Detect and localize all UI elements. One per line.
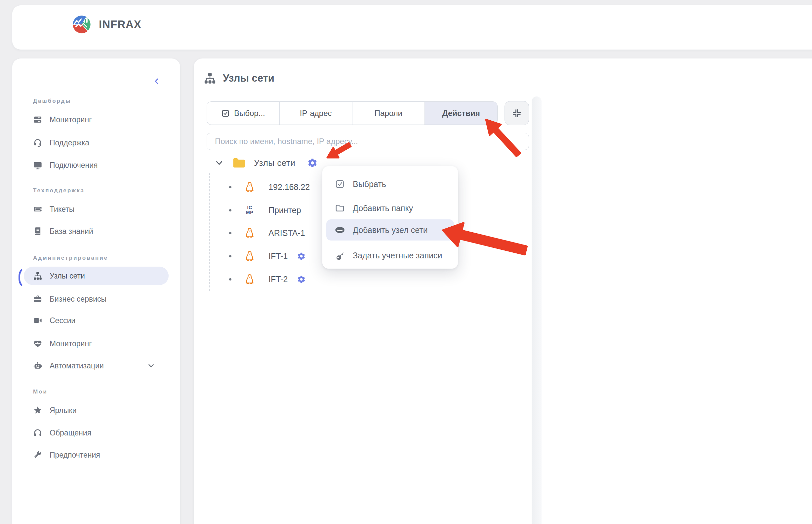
sidebar-item-label: Поддержка <box>50 138 89 147</box>
node-oval-icon <box>335 225 345 235</box>
sidebar-item-labels[interactable]: Ярлыки <box>33 403 165 418</box>
sitemap-icon <box>33 271 42 280</box>
sidebar-section-dashboards: Дашборды <box>33 98 71 104</box>
sidebar-item-knowledge-base[interactable]: База знаний <box>33 223 165 239</box>
linux-penguin-icon <box>243 226 256 240</box>
tree-bullet <box>229 209 232 211</box>
search-input[interactable] <box>207 133 529 150</box>
sidebar-item-tickets[interactable]: Тикеты <box>33 201 165 217</box>
checkbox-icon <box>335 179 345 189</box>
tree-root-row[interactable]: Узлы сети <box>214 155 318 171</box>
logo-pie-icon <box>71 14 92 35</box>
sidebar-item-health-monitoring[interactable]: Мониторинг <box>33 336 165 351</box>
sidebar-item-automations[interactable]: Автоматизации <box>33 358 169 374</box>
tree-bullet <box>229 255 232 257</box>
tree-node-row[interactable]: ICMP Принтер <box>229 202 301 218</box>
tree-node-row[interactable]: IFT-1 <box>229 248 306 264</box>
sidebar-item-label: Тикеты <box>50 205 74 214</box>
robot-icon <box>33 361 42 370</box>
tree-bullet <box>229 186 232 188</box>
sidebar-item-label: Подключения <box>50 161 98 170</box>
menu-item-add-network-node[interactable]: Добавить узел сети <box>326 219 454 241</box>
video-camera-icon <box>33 316 42 325</box>
main-panel <box>194 59 812 524</box>
menu-item-add-folder[interactable]: Добавить папку <box>326 198 454 219</box>
sidebar-item-connections[interactable]: Подключения <box>33 157 165 173</box>
sidebar-section-techsupport: Техподдержка <box>33 187 85 194</box>
sidebar-item-label: Мониторинг <box>50 339 92 348</box>
toolbar-button-group: Выбор... IP-адрес Пароли Действия <box>207 101 497 125</box>
brand-name: INFRAX <box>99 18 142 31</box>
page-title: Узлы сети <box>204 72 274 85</box>
menu-item-select[interactable]: Выбрать <box>326 174 454 195</box>
headphones-icon <box>33 428 42 438</box>
ip-address-button[interactable]: IP-адрес <box>280 102 352 125</box>
sidebar-item-label: Бизнес сервисы <box>50 295 107 304</box>
heart-pulse-icon <box>33 339 42 348</box>
sidebar-item-network-nodes[interactable]: Узлы сети <box>24 267 169 285</box>
sidebar-item-business-services[interactable]: Бизнес сервисы <box>33 291 165 307</box>
sidebar-section-administration: Администрирование <box>33 255 108 261</box>
star-icon <box>33 406 42 415</box>
chevron-down-icon[interactable] <box>147 361 155 370</box>
compress-view-button[interactable] <box>505 101 529 125</box>
sidebar-item-label: Обращения <box>50 428 91 438</box>
tree-indent-guide <box>209 173 210 291</box>
sitemap-icon <box>204 72 216 85</box>
context-menu: Выбрать Добавить папку Добавить узел сет… <box>322 166 458 268</box>
sidebar-item-monitoring[interactable]: Мониторинг <box>33 112 165 128</box>
ticket-icon <box>33 204 42 214</box>
folder-outline-icon <box>335 203 345 213</box>
linux-penguin-icon <box>243 273 256 286</box>
gear-icon[interactable] <box>297 252 306 261</box>
linux-penguin-icon <box>243 249 256 263</box>
sidebar-item-support[interactable]: Поддержка <box>33 135 165 151</box>
chevron-left-icon <box>153 77 161 85</box>
folder-icon <box>232 157 246 169</box>
actions-button[interactable]: Действия <box>425 102 497 125</box>
linux-penguin-icon <box>243 180 256 194</box>
tree-bullet <box>229 278 232 280</box>
sidebar-item-sessions[interactable]: Сессии <box>33 313 165 328</box>
checkbox-icon <box>221 109 230 118</box>
menu-item-set-credentials[interactable]: Задать учетные записи <box>326 245 454 266</box>
search-box <box>207 133 529 150</box>
server-icon <box>33 115 42 124</box>
wrench-icon <box>33 450 42 460</box>
sidebar-item-label: База знаний <box>50 227 93 236</box>
monitor-icon <box>33 161 42 170</box>
key-icon <box>335 250 345 260</box>
gear-icon[interactable] <box>307 158 318 168</box>
sidebar-item-label: Мониторинг <box>50 115 92 124</box>
scrollbar-track[interactable] <box>532 97 542 524</box>
book-icon <box>33 227 42 236</box>
tree-node-row[interactable]: 192.168.22 <box>229 179 310 195</box>
passwords-button[interactable]: Пароли <box>352 102 425 125</box>
tree-node-row[interactable]: ARISTA-1 <box>229 225 305 241</box>
icmp-badge: ICMP <box>243 205 256 215</box>
tree-node-row[interactable]: IFT-2 <box>229 271 306 287</box>
sidebar-item-label: Сессии <box>50 316 75 325</box>
app-logo[interactable]: INFRAX <box>71 14 142 35</box>
sidebar-item-label: Автоматизации <box>50 361 104 370</box>
sidebar-item-label: Узлы сети <box>50 272 85 280</box>
briefcase-icon <box>33 294 42 304</box>
tree-bullet <box>229 232 232 234</box>
sidebar-item-label: Ярлыки <box>50 406 76 415</box>
headset-icon <box>33 138 42 147</box>
sidebar-item-requests[interactable]: Обращения <box>33 425 165 441</box>
sidebar-item-label: Предпочтения <box>50 451 100 460</box>
sidebar-section-my: Мои <box>33 389 48 395</box>
chevron-down-icon[interactable] <box>214 158 224 168</box>
gear-icon[interactable] <box>297 275 306 284</box>
select-mode-button[interactable]: Выбор... <box>207 102 280 125</box>
compress-icon <box>512 108 522 118</box>
sidebar-item-preferences[interactable]: Предпочтения <box>33 447 165 463</box>
sidebar-collapse-button[interactable] <box>149 74 164 88</box>
